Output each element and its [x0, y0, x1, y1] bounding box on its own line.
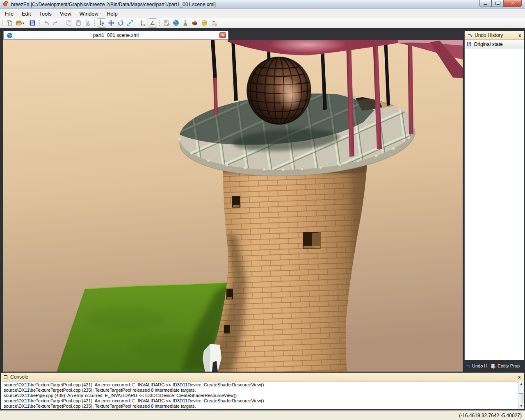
toolbar-separator — [62, 19, 62, 27]
globe-icon — [173, 20, 179, 26]
local-axes-button[interactable] — [148, 18, 157, 27]
local-axes-icon — [149, 20, 156, 26]
console-float-icon — [4, 375, 7, 379]
scene-sphere[interactable] — [247, 57, 311, 124]
redo-button[interactable] — [51, 18, 60, 27]
undo-tab-icon — [465, 363, 470, 369]
new-document-icon — [7, 20, 13, 26]
scale-icon — [127, 20, 133, 26]
tab-close-button[interactable]: ✕ — [219, 32, 226, 38]
menu-tools[interactable]: Tools — [35, 9, 55, 18]
open-folder-icon — [16, 20, 23, 26]
axes-icon — [140, 20, 146, 26]
toolbar-grip[interactable] — [38, 20, 40, 26]
move-icon — [108, 20, 114, 26]
close-icon: ✕ — [511, 1, 514, 6]
brick-icon — [192, 20, 198, 26]
console-title: Console — [10, 374, 517, 380]
material-button[interactable] — [190, 18, 199, 27]
save-icon — [29, 20, 36, 26]
cake-icon — [210, 20, 217, 26]
world-axes-button[interactable] — [138, 18, 148, 27]
copy-icon — [66, 20, 72, 26]
minimize-button[interactable] — [479, 0, 491, 7]
select-cursor-icon — [98, 20, 105, 26]
open-dropdown-icon: ▾ — [23, 21, 26, 25]
console-line: source\DX11\beTextureTargetPool.cpp (235… — [4, 388, 516, 393]
flask-icon — [182, 20, 189, 26]
undo-icon — [43, 20, 50, 26]
console-log[interactable]: source\DX11\beTextureTargetPool.cpp (421… — [2, 381, 518, 409]
paste-button[interactable] — [73, 18, 83, 27]
rotate-tool-button[interactable] — [116, 18, 125, 27]
tab-entity-properties[interactable]: Entity Prop — [491, 363, 520, 369]
scroll-up-icon[interactable] — [518, 381, 524, 387]
select-tool-button[interactable] — [97, 18, 106, 27]
console-line: source\DX11\beTextureTargetPool.cpp (235… — [4, 404, 516, 409]
rotate-icon — [117, 20, 124, 26]
primitive-button[interactable] — [199, 18, 209, 27]
undo-history-title: Undo History — [475, 32, 518, 38]
tab-entity-properties-label: Entity Prop — [498, 363, 520, 368]
cut-icon — [84, 20, 91, 26]
scroll-down-icon[interactable] — [518, 403, 524, 409]
document-tab-strip: part1_001.scene.xml ✕ — [3, 31, 463, 40]
menu-view[interactable]: View — [56, 9, 75, 18]
console-close-icon[interactable]: x — [517, 375, 521, 379]
status-bar: (-16.4619 32.7642 -5.40027) — [0, 410, 525, 420]
scrollbar-thumb[interactable] — [519, 393, 523, 403]
tab-part1-001-scene[interactable]: part1_001.scene.xml ✕ — [3, 31, 228, 40]
undo-history-icon — [467, 32, 472, 38]
test-scene-button[interactable] — [180, 18, 190, 27]
restore-button[interactable] — [491, 0, 503, 7]
redo-icon — [52, 20, 59, 26]
cut-button[interactable] — [83, 18, 92, 27]
toolbar-separator — [136, 19, 137, 27]
new-scene-button[interactable] — [5, 18, 14, 27]
console-scrollbar[interactable] — [518, 381, 524, 409]
toolbar: ▾ — [0, 18, 525, 28]
toolbar-grip[interactable] — [2, 20, 4, 26]
scale-tool-button[interactable] — [125, 18, 135, 27]
restore-icon — [495, 2, 499, 5]
asset-button[interactable] — [209, 18, 218, 27]
open-button[interactable]: ▾ — [14, 18, 27, 27]
toolbar-grip[interactable] — [158, 20, 160, 26]
minimize-icon — [484, 4, 487, 5]
undo-button[interactable] — [41, 18, 51, 27]
move-tool-button[interactable] — [106, 18, 116, 27]
console-line: source\DX11\beTextureTargetPool.cpp (421… — [4, 398, 516, 404]
save-button[interactable] — [27, 18, 37, 27]
console-line: source\DX11\beTextureTargetPool.cpp (421… — [4, 382, 516, 388]
panel-tab-bar: Undo H Entity Prop — [463, 361, 525, 371]
paste-icon — [75, 20, 82, 26]
menu-file[interactable]: File — [1, 9, 18, 18]
undo-history-item-original-state[interactable]: Original state — [465, 40, 524, 48]
entity-properties-button[interactable] — [162, 18, 171, 27]
console-line: source\DX11\bePipe.cpp (409): An error o… — [4, 393, 516, 398]
undo-history-header[interactable]: Undo History x — [465, 31, 524, 40]
copy-button[interactable] — [64, 18, 73, 27]
close-button[interactable]: ✕ — [503, 0, 522, 7]
menu-help[interactable]: Help — [103, 9, 122, 18]
menu-window[interactable]: Window — [75, 9, 103, 18]
entity-prop-tab-icon — [491, 363, 496, 369]
entity-properties-icon — [163, 20, 170, 26]
world-button[interactable] — [171, 18, 180, 27]
tab-undo-history[interactable]: Undo H — [465, 363, 487, 369]
undo-history-close-icon[interactable]: x — [518, 33, 522, 38]
camera-position-readout: (-16.4619 32.7642 -5.40027) — [459, 413, 522, 418]
tab-label: part1_001.scene.xml — [4, 32, 228, 38]
window-title: breezEd [C:/Development/Graphics/breeze … — [11, 2, 216, 7]
toolbar-grip[interactable] — [94, 20, 96, 26]
undo-history-panel: Undo History x Original state — [464, 31, 524, 360]
viewport-3d[interactable] — [3, 40, 463, 372]
console-header[interactable]: Console x — [1, 373, 524, 381]
undo-history-item-label: Original state — [474, 41, 503, 47]
console-panel: Console x source\DX11\beTextureTargetPoo… — [1, 372, 524, 409]
breezed-logo-icon — [2, 0, 9, 8]
save-state-icon — [466, 41, 472, 47]
tab-undo-history-label: Undo H — [472, 363, 487, 368]
title-bar[interactable]: breezEd [C:/Development/Graphics/breeze … — [0, 0, 525, 9]
menu-edit[interactable]: Edit — [18, 9, 35, 18]
